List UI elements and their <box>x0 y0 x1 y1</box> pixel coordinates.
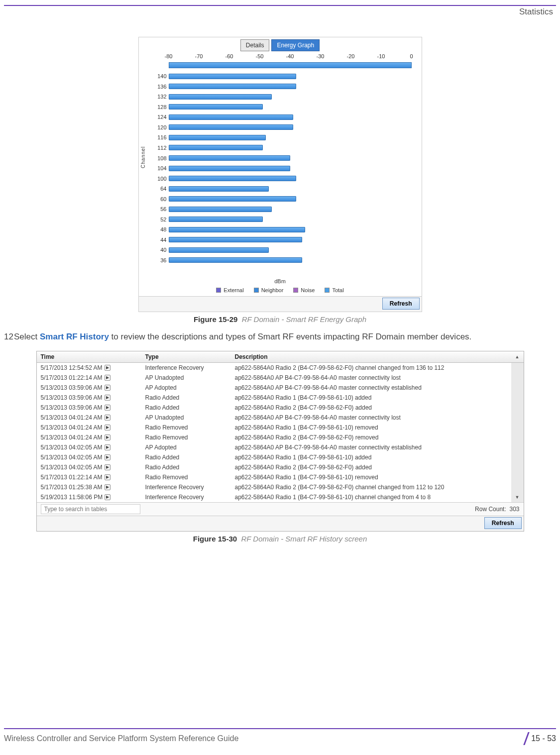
bar <box>169 196 296 202</box>
table-row[interactable]: 5/13/2013 03:59:06 AM▶Radio Addedap622-5… <box>37 393 524 403</box>
play-icon[interactable]: ▶ <box>105 405 111 411</box>
bar-row: 44 <box>169 235 412 245</box>
cell-time: 5/13/2013 04:01:24 AM <box>41 424 103 431</box>
tab-energy-graph[interactable]: Energy Graph <box>271 39 320 51</box>
x-axis-ticks: -80-70-60-50-40-30-20-100 <box>169 53 412 62</box>
cell-time: 5/17/2013 01:22:14 AM <box>41 374 103 381</box>
table-row[interactable]: 5/17/2013 01:22:14 AM▶Radio Removedap622… <box>37 472 524 482</box>
bar <box>169 166 290 171</box>
step-post: to review the descriptions and types of … <box>109 332 471 341</box>
cell-type: AP Unadopted <box>141 373 231 383</box>
y-tick: 120 <box>153 124 167 130</box>
bar <box>169 74 296 79</box>
play-icon[interactable]: ▶ <box>105 464 111 470</box>
cell-description: ap622-5864A0 Radio 1 (B4-C7-99-58-61-10)… <box>231 423 511 432</box>
col-time[interactable]: Time <box>37 351 141 363</box>
play-icon[interactable]: ▶ <box>105 484 111 490</box>
footer-guide: Wireless Controller and Service Platform… <box>4 734 238 743</box>
legend-noise: Noise <box>301 287 315 293</box>
cell-type: Radio Removed <box>141 432 231 442</box>
cell-time: 5/17/2013 01:25:38 AM <box>41 484 103 491</box>
bar <box>169 84 296 89</box>
cell-description: ap622-5864A0 AP B4-C7-99-58-64-A0 master… <box>231 413 511 423</box>
cell-description: ap622-5864A0 Radio 1 (B4-C7-99-58-61-10)… <box>231 472 511 482</box>
figure-29-caption: Figure 15-29 RF Domain - Smart RF Energy… <box>4 315 556 324</box>
row-count-value: 303 <box>509 506 519 513</box>
cell-time: 5/13/2013 04:02:05 AM <box>41 444 103 451</box>
y-tick: 104 <box>153 165 167 171</box>
bar <box>169 94 272 100</box>
step-text: Select Smart RF History to review the de… <box>14 331 471 343</box>
cell-type: Radio Removed <box>141 472 231 482</box>
y-tick: 124 <box>153 114 167 120</box>
page-number: 15 - 53 <box>531 734 556 743</box>
play-icon[interactable]: ▶ <box>105 375 111 381</box>
figure-30-label: Figure 15-30 <box>193 535 237 543</box>
table-row[interactable]: 5/17/2013 12:54:52 AM▶Interference Recov… <box>37 362 524 373</box>
play-icon[interactable]: ▶ <box>105 365 111 371</box>
y-tick: 136 <box>153 84 167 90</box>
step-12: 12 Select Smart RF History to review the… <box>4 331 556 343</box>
y-tick: 64 <box>153 186 167 192</box>
table-refresh-button[interactable]: Refresh <box>484 517 522 529</box>
cell-description: ap622-5864A0 Radio 2 (B4-C7-99-58-62-F0)… <box>231 482 511 492</box>
table-row[interactable]: 5/13/2013 03:59:06 AM▶AP Adoptedap622-58… <box>37 383 524 393</box>
play-icon[interactable]: ▶ <box>105 434 111 440</box>
cell-type: Radio Added <box>141 452 231 462</box>
scrollbar-up[interactable]: ▲ <box>511 351 524 363</box>
figure-29-text: RF Domain - Smart RF Energy Graph <box>242 315 366 324</box>
cell-type: AP Adopted <box>141 442 231 452</box>
step-bold: Smart RF History <box>40 332 109 341</box>
table-row[interactable]: 5/13/2013 04:02:05 AM▶Radio Addedap622-5… <box>37 462 524 472</box>
history-table: Time Type Description ▲ 5/17/2013 12:54:… <box>37 351 524 502</box>
swatch-total <box>325 288 330 293</box>
y-tick: 40 <box>153 247 167 253</box>
scrollbar-down[interactable]: ▼ <box>515 494 520 500</box>
table-row[interactable]: 5/13/2013 04:01:24 AM▶Radio Removedap622… <box>37 423 524 432</box>
cell-type: Radio Added <box>141 393 231 403</box>
table-row[interactable]: 5/19/2013 11:58:06 PM▶Interference Recov… <box>37 492 524 502</box>
cell-description: ap622-5864A0 Radio 2 (B4-C7-99-58-62-F0)… <box>231 432 511 442</box>
y-tick: 56 <box>153 206 167 212</box>
cell-description: ap622-5864A0 AP B4-C7-99-58-64-A0 master… <box>231 442 511 452</box>
table-filter-input[interactable] <box>41 504 140 514</box>
tab-details[interactable]: Details <box>240 39 270 51</box>
table-row[interactable]: 5/17/2013 01:22:14 AM▶AP Unadoptedap622-… <box>37 373 524 383</box>
chart-refresh-button[interactable]: Refresh <box>382 298 420 310</box>
swatch-external <box>216 288 221 293</box>
table-row[interactable]: 5/13/2013 04:02:05 AM▶Radio Addedap622-5… <box>37 452 524 462</box>
play-icon[interactable]: ▶ <box>105 494 111 500</box>
bar <box>169 186 269 192</box>
table-row[interactable]: 5/17/2013 01:25:38 AM▶Interference Recov… <box>37 482 524 492</box>
col-type[interactable]: Type <box>141 351 231 363</box>
bar-row: 120 <box>169 122 412 133</box>
y-tick: 60 <box>153 196 167 202</box>
cell-time: 5/13/2013 04:02:05 AM <box>41 464 103 471</box>
play-icon[interactable]: ▶ <box>105 415 111 421</box>
play-icon[interactable]: ▶ <box>105 385 111 391</box>
bar <box>169 155 290 161</box>
play-icon[interactable]: ▶ <box>105 454 111 460</box>
y-tick: 108 <box>153 155 167 161</box>
row-count-label: Row Count: <box>475 506 506 513</box>
play-icon[interactable]: ▶ <box>105 395 111 401</box>
table-row[interactable]: 5/13/2013 04:02:05 AM▶AP Adoptedap622-58… <box>37 442 524 452</box>
table-row[interactable]: 5/13/2013 04:01:24 AM▶Radio Removedap622… <box>37 432 524 442</box>
play-icon[interactable]: ▶ <box>105 444 111 450</box>
cell-type: Radio Added <box>141 462 231 472</box>
table-row[interactable]: 5/13/2013 04:01:24 AM▶AP Unadoptedap622-… <box>37 413 524 423</box>
cell-type: Interference Recovery <box>141 482 231 492</box>
bar <box>169 114 293 120</box>
play-icon[interactable]: ▶ <box>105 425 111 431</box>
bar-row: 60 <box>169 194 412 204</box>
x-tick: 0 <box>410 53 413 59</box>
cell-description: ap622-5864A0 Radio 1 (B4-C7-99-58-61-10)… <box>231 452 511 462</box>
table-row[interactable]: 5/13/2013 03:59:06 AM▶Radio Addedap622-5… <box>37 403 524 413</box>
bar-row: 136 <box>169 82 412 92</box>
col-description[interactable]: Description <box>231 351 511 363</box>
x-tick: -10 <box>377 53 385 59</box>
bar-row: 36 <box>169 255 412 266</box>
cell-description: ap622-5864A0 Radio 2 (B4-C7-99-58-62-F0)… <box>231 403 511 413</box>
play-icon[interactable]: ▶ <box>105 474 111 480</box>
bar <box>169 176 296 181</box>
